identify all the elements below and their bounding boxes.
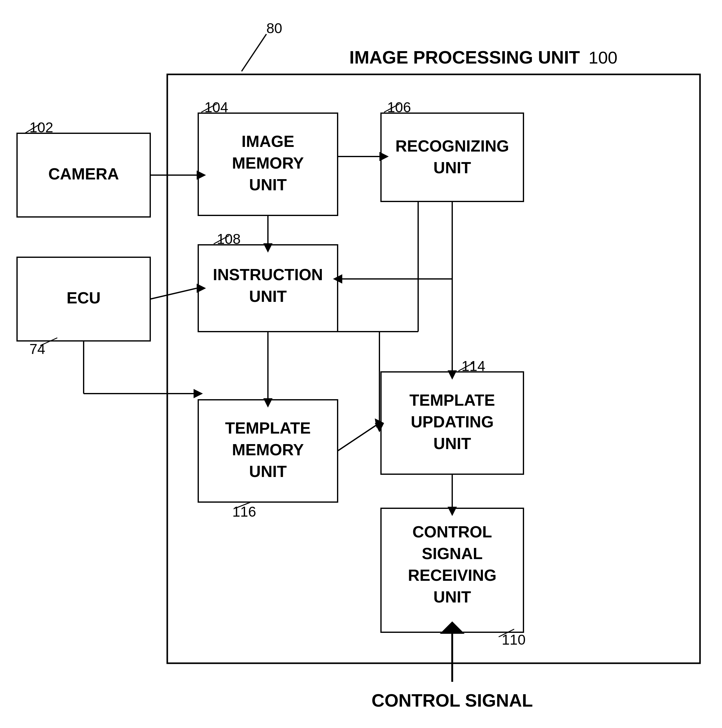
svg-line-0 [241,34,266,71]
template-memory-label-2: MEMORY [232,441,304,459]
recognizing-label-1: RECOGNIZING [395,137,509,155]
template-memory-label-3: UNIT [249,462,287,480]
image-memory-label-3: UNIT [249,176,287,194]
template-updating-label-1: TEMPLATE [409,391,495,409]
ref-100: 100 [589,48,617,67]
ref-108: 108 [217,231,241,247]
ref-114: 114 [461,358,485,374]
ref-104: 104 [205,99,228,115]
ipu-title: IMAGE PROCESSING UNIT [350,47,580,67]
template-updating-label-3: UNIT [434,434,471,453]
csru-label-4: UNIT [434,588,471,606]
ref-74: 74 [29,341,45,357]
image-memory-label-1: IMAGE [241,132,294,150]
recognizing-label-2: UNIT [434,159,471,177]
instruction-label-2: UNIT [249,287,287,305]
control-signal-label: CONTROL SIGNAL [372,690,533,710]
image-memory-label-2: MEMORY [232,154,304,172]
template-memory-label-1: TEMPLATE [225,419,311,437]
csru-label-1: CONTROL [412,523,492,541]
ref-110: 110 [502,632,526,648]
ecu-label: ECU [67,289,101,307]
instruction-label-1: INSTRUCTION [213,266,323,284]
ref-116: 116 [232,504,256,520]
diagram: 80 IMAGE PROCESSING UNIT 100 CAMERA 102 … [0,0,722,728]
ref-106: 106 [387,99,411,115]
csru-label-2: SIGNAL [422,544,482,563]
template-updating-label-2: UPDATING [411,413,494,431]
ref-80: 80 [266,20,282,36]
ref-102: 102 [29,119,53,135]
csru-label-3: RECEIVING [408,566,496,584]
camera-label: CAMERA [48,165,119,183]
recognizing-box [381,113,524,202]
